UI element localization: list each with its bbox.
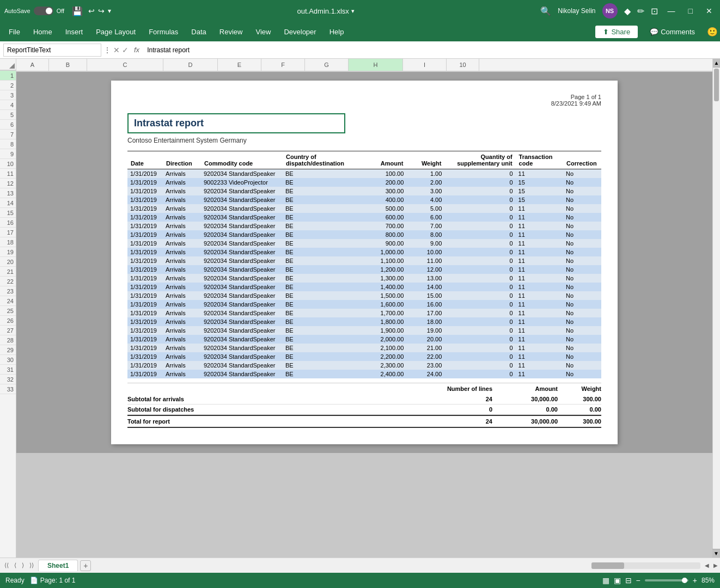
col-header-h[interactable]: H (349, 59, 403, 71)
undo-icon[interactable]: ↩ (88, 7, 95, 15)
cell-16-3: BE (283, 309, 363, 317)
zoom-slider[interactable] (645, 579, 688, 581)
cell-6-3: BE (283, 222, 363, 230)
col-header-i[interactable]: I (403, 59, 447, 71)
zoom-in-icon[interactable]: + (693, 576, 697, 585)
row-number-3: 3 (0, 90, 16, 100)
normal-view-icon: 📄 (30, 577, 38, 584)
save-icon[interactable]: 💾 (72, 6, 83, 16)
cell-1-2: 9002233 VideoProjector (201, 178, 283, 187)
cell-11-7: 11 (516, 265, 563, 274)
menu-data[interactable]: Data (185, 26, 212, 38)
comments-label: Comments (661, 28, 695, 36)
fx-label: fx (131, 46, 143, 54)
cell-12-3: BE (283, 274, 363, 283)
autosave-toggle[interactable] (34, 7, 53, 15)
menu-view[interactable]: View (249, 26, 277, 38)
cell-21-3: BE (283, 352, 363, 361)
col-header-e[interactable]: E (218, 59, 261, 71)
dropdown-icon[interactable]: ▾ (351, 8, 355, 15)
more-options-icon[interactable]: ⋮ (103, 46, 111, 54)
close-button[interactable]: ✕ (703, 7, 716, 15)
menu-home[interactable]: Home (27, 26, 59, 38)
cell-20-6: 0 (444, 344, 515, 352)
col-header-f[interactable]: F (261, 59, 305, 71)
menu-help[interactable]: Help (323, 26, 351, 38)
menu-review[interactable]: Review (213, 26, 249, 38)
cell-13-4: 1,400.00 (363, 283, 406, 291)
sheet-next-icon[interactable]: ⟩ (20, 561, 26, 570)
formula-input[interactable] (145, 45, 717, 55)
page-layout-button[interactable]: ▣ (614, 576, 621, 585)
sheet-last-icon[interactable]: ⟩⟩ (27, 561, 36, 570)
maximize-button[interactable]: □ (685, 7, 696, 15)
sheet-tab-sheet1[interactable]: Sheet1 (38, 560, 78, 571)
minimize-button[interactable]: — (664, 7, 679, 15)
cell-1-5: 2.00 (406, 178, 444, 187)
scrollbar-down[interactable]: ▼ (712, 549, 720, 558)
scroll-right-icon[interactable]: ▶ (713, 562, 718, 568)
menu-page-layout[interactable]: Page Layout (89, 26, 142, 38)
h-scrollbar-thumb[interactable] (591, 562, 624, 569)
cell-18-7: 11 (516, 326, 563, 335)
user-avatar[interactable]: NS (602, 3, 618, 19)
page-break-button[interactable]: ⊟ (625, 576, 632, 585)
cell-12-5: 13.00 (406, 274, 444, 283)
vertical-scrollbar[interactable]: ▲ ▼ (712, 59, 720, 558)
share-button[interactable]: ⬆ Share (595, 26, 638, 38)
row-number-28: 28 (0, 335, 16, 345)
cell-10-5: 11.00 (406, 256, 444, 265)
comments-button[interactable]: 💬 Comments (642, 26, 703, 38)
menu-formulas[interactable]: Formulas (142, 26, 185, 38)
cell-16-4: 1,700.00 (363, 309, 406, 317)
normal-view-button[interactable]: ▦ (602, 576, 609, 585)
table-row: 1/31/2019Arrivals9202034 StandardSpeaker… (127, 248, 601, 256)
cell-23-1: Arrivals (163, 370, 201, 378)
row-number-25: 25 (0, 306, 16, 316)
cell-22-3: BE (283, 361, 363, 370)
search-icon[interactable]: 🔍 (540, 6, 551, 16)
cell-2-5: 3.00 (406, 187, 444, 195)
cell-10-3: BE (283, 256, 363, 265)
cell-16-1: Arrivals (163, 309, 201, 317)
zoom-out-icon[interactable]: − (636, 576, 640, 585)
menu-developer[interactable]: Developer (277, 26, 322, 38)
col-header-a[interactable]: A (16, 59, 49, 71)
cell-15-2: 9202034 StandardSpeaker (201, 300, 283, 309)
cell-9-2: 9202034 StandardSpeaker (201, 248, 283, 256)
cell-20-1: Arrivals (163, 344, 201, 352)
col-header-d[interactable]: D (163, 59, 218, 71)
add-sheet-button[interactable]: + (80, 560, 91, 571)
sheet-first-icon[interactable]: ⟨⟨ (2, 561, 11, 570)
menu-insert[interactable]: Insert (59, 26, 90, 38)
cell-4-5: 5.00 (406, 204, 444, 213)
cell-10-6: 0 (444, 256, 515, 265)
scrollbar-thumb[interactable] (714, 69, 719, 101)
cell-16-8: No (563, 309, 601, 317)
redo-icon[interactable]: ↪ (98, 7, 105, 15)
cell-4-2: 9202034 StandardSpeaker (201, 204, 283, 213)
cancel-icon[interactable]: ✕ (113, 46, 120, 54)
sheet-prev-icon[interactable]: ⟨ (12, 561, 19, 570)
main-grid[interactable]: A B C D E F G H I 10 Page 1 of 1 8/23/20… (16, 59, 712, 558)
horizontal-scrollbar[interactable] (591, 562, 700, 569)
th-qty: Quantity of supplementary unit (444, 151, 515, 169)
col-header-c[interactable]: C (87, 59, 163, 71)
col-header-b[interactable]: B (49, 59, 87, 71)
cell-2-7: 15 (516, 187, 563, 195)
accept-icon[interactable]: ✓ (122, 46, 129, 54)
cell-13-7: 11 (516, 283, 563, 291)
title-bar: AutoSave Off 💾 ↩ ↪ ▾ out.Admin.1.xlsx ▾ … (0, 0, 720, 22)
table-row: 1/31/2019Arrivals9002233 VideoProjectorB… (127, 178, 601, 187)
cell-7-7: 11 (516, 230, 563, 239)
col-header-g[interactable]: G (305, 59, 349, 71)
cell-13-6: 0 (444, 283, 515, 291)
scrollbar-up[interactable]: ▲ (713, 59, 720, 68)
name-box[interactable] (3, 44, 101, 57)
menu-file[interactable]: File (2, 26, 27, 38)
row-number-2: 2 (0, 81, 16, 90)
col-header-j[interactable]: 10 (447, 59, 479, 71)
cell-3-4: 400.00 (363, 195, 406, 204)
scroll-left-icon[interactable]: ◀ (705, 562, 709, 568)
select-all-icon[interactable] (9, 63, 15, 69)
